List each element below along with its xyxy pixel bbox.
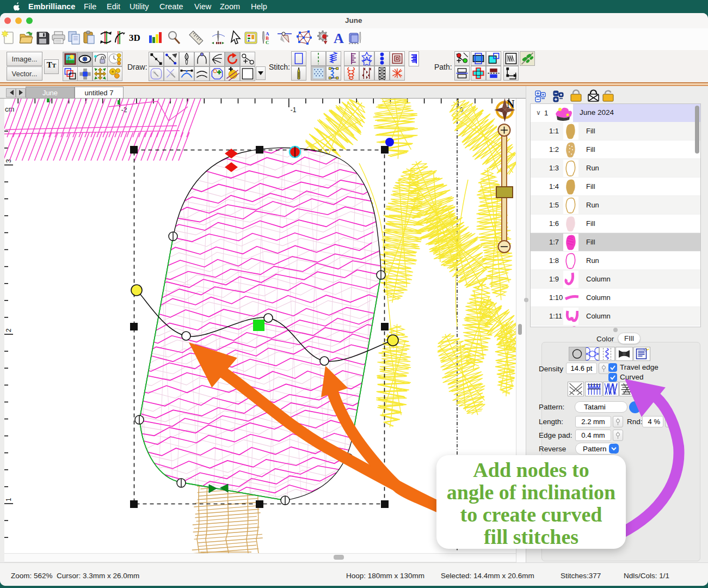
svg-text:A: A: [334, 30, 344, 46]
svg-text:3D: 3D: [129, 33, 140, 43]
svg-text:3: 3: [5, 159, 13, 163]
svg-text:N: N: [507, 99, 515, 110]
svg-text:-1: -1: [291, 106, 297, 114]
svg-text:1: 1: [5, 498, 13, 501]
svg-text:C: C: [266, 40, 269, 45]
svg-text:cm: cm: [5, 105, 14, 113]
svg-text:2: 2: [5, 328, 13, 332]
